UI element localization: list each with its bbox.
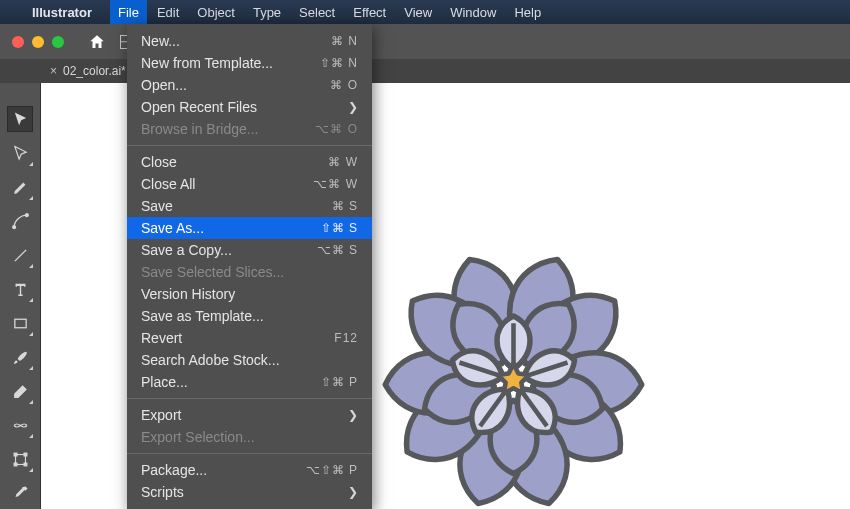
menu-shortcut: ⌥⌘ O bbox=[315, 122, 358, 136]
tool-flyout-indicator bbox=[29, 264, 33, 268]
menu-shortcut: ⌥⇧⌘ P bbox=[306, 463, 358, 477]
menu-shortcut: ⇧⌘ P bbox=[321, 375, 358, 389]
menu-item-save-selected-slices: Save Selected Slices... bbox=[127, 261, 372, 283]
menu-item-new[interactable]: New...⌘ N bbox=[127, 30, 372, 52]
tool-panel bbox=[0, 83, 41, 509]
tool-flyout-indicator bbox=[29, 468, 33, 472]
menubar-item-view[interactable]: View bbox=[404, 5, 432, 20]
menu-separator bbox=[127, 145, 372, 146]
tool-flyout-indicator bbox=[29, 332, 33, 336]
menubar-item-object[interactable]: Object bbox=[197, 5, 235, 20]
svg-rect-6 bbox=[14, 453, 17, 456]
svg-point-1 bbox=[12, 225, 15, 228]
traffic-light-close[interactable] bbox=[12, 36, 24, 48]
menu-separator bbox=[127, 453, 372, 454]
submenu-chevron-icon: ❯ bbox=[348, 408, 358, 422]
svg-rect-7 bbox=[24, 453, 27, 456]
menu-item-place[interactable]: Place...⇧⌘ P bbox=[127, 371, 372, 393]
menubar-item-edit[interactable]: Edit bbox=[157, 5, 179, 20]
menu-item-label: Save as Template... bbox=[141, 308, 264, 324]
home-icon[interactable] bbox=[88, 33, 106, 51]
traffic-light-minimize[interactable] bbox=[32, 36, 44, 48]
menu-item-label: New from Template... bbox=[141, 55, 273, 71]
menu-item-label: Place... bbox=[141, 374, 188, 390]
menu-item-scripts[interactable]: Scripts❯ bbox=[127, 481, 372, 503]
menu-item-label: New... bbox=[141, 33, 180, 49]
menu-item-export-selection: Export Selection... bbox=[127, 426, 372, 448]
menu-item-label: Search Adobe Stock... bbox=[141, 352, 280, 368]
tool-flyout-indicator bbox=[29, 400, 33, 404]
tool-eraser[interactable] bbox=[8, 379, 32, 403]
menu-item-label: Close All bbox=[141, 176, 195, 192]
menubar-item-help[interactable]: Help bbox=[514, 5, 541, 20]
menubar-item-effect[interactable]: Effect bbox=[353, 5, 386, 20]
tool-paintbrush[interactable] bbox=[8, 345, 32, 369]
menu-item-label: Save a Copy... bbox=[141, 242, 232, 258]
menu-item-label: Package... bbox=[141, 462, 207, 478]
tool-curvature[interactable] bbox=[8, 209, 32, 233]
svg-rect-9 bbox=[24, 463, 27, 466]
tool-flyout-indicator bbox=[29, 196, 33, 200]
menu-shortcut: ⌘ S bbox=[332, 199, 358, 213]
menu-item-label: Save bbox=[141, 198, 173, 214]
tool-eyedropper[interactable] bbox=[8, 481, 32, 505]
svg-line-3 bbox=[14, 249, 25, 260]
menu-item-label: Browse in Bridge... bbox=[141, 121, 259, 137]
menu-item-open-recent-files[interactable]: Open Recent Files❯ bbox=[127, 96, 372, 118]
tool-flyout-indicator bbox=[29, 434, 33, 438]
traffic-light-zoom[interactable] bbox=[52, 36, 64, 48]
menu-item-export[interactable]: Export❯ bbox=[127, 404, 372, 426]
menu-item-label: Export bbox=[141, 407, 181, 423]
menu-item-close[interactable]: Close⌘ W bbox=[127, 151, 372, 173]
tool-flyout-indicator bbox=[29, 162, 33, 166]
submenu-chevron-icon: ❯ bbox=[348, 485, 358, 499]
document-tab-label[interactable]: 02_color.ai* bbox=[63, 64, 126, 78]
menu-shortcut: ⌘ O bbox=[330, 78, 358, 92]
tool-selection[interactable] bbox=[8, 107, 32, 131]
menubar-app-name[interactable]: Illustrator bbox=[32, 5, 92, 20]
menu-shortcut: ⇧⌘ N bbox=[320, 56, 358, 70]
menu-item-label: Save Selected Slices... bbox=[141, 264, 284, 280]
menu-item-version-history[interactable]: Version History bbox=[127, 283, 372, 305]
menu-item-search-adobe-stock[interactable]: Search Adobe Stock... bbox=[127, 349, 372, 371]
menu-shortcut: F12 bbox=[334, 331, 358, 345]
menu-item-save[interactable]: Save⌘ S bbox=[127, 195, 372, 217]
close-tab-icon[interactable]: × bbox=[50, 64, 57, 78]
menu-item-new-from-template[interactable]: New from Template...⇧⌘ N bbox=[127, 52, 372, 74]
menu-item-save-a-copy[interactable]: Save a Copy...⌥⌘ S bbox=[127, 239, 372, 261]
menu-item-open[interactable]: Open...⌘ O bbox=[127, 74, 372, 96]
menu-item-revert[interactable]: RevertF12 bbox=[127, 327, 372, 349]
menu-item-close-all[interactable]: Close All⌥⌘ W bbox=[127, 173, 372, 195]
tool-width[interactable] bbox=[8, 413, 32, 437]
menu-item-browse-in-bridge: Browse in Bridge...⌥⌘ O bbox=[127, 118, 372, 140]
tool-direct-selection[interactable] bbox=[8, 141, 32, 165]
menubar-item-select[interactable]: Select bbox=[299, 5, 335, 20]
tool-flyout-indicator bbox=[29, 298, 33, 302]
tool-rectangle[interactable] bbox=[8, 311, 32, 335]
file-menu-dropdown: New...⌘ NNew from Template...⇧⌘ NOpen...… bbox=[127, 24, 372, 509]
menu-item-label: Save As... bbox=[141, 220, 204, 236]
tool-pen[interactable] bbox=[8, 175, 32, 199]
menu-item-package[interactable]: Package...⌥⇧⌘ P bbox=[127, 459, 372, 481]
tool-flyout-indicator bbox=[29, 366, 33, 370]
menu-item-save-as[interactable]: Save As...⇧⌘ S bbox=[127, 217, 372, 239]
menu-item-label: Scripts bbox=[141, 484, 184, 500]
menubar-item-file[interactable]: File bbox=[110, 0, 147, 24]
menu-item-label: Open... bbox=[141, 77, 187, 93]
svg-point-2 bbox=[25, 213, 28, 216]
tool-type[interactable] bbox=[8, 277, 32, 301]
menubar-item-window[interactable]: Window bbox=[450, 5, 496, 20]
menubar-item-type[interactable]: Type bbox=[253, 5, 281, 20]
menu-shortcut: ⌥⌘ W bbox=[313, 177, 358, 191]
artwork-flower bbox=[376, 238, 651, 509]
tool-free-transform[interactable] bbox=[8, 447, 32, 471]
menu-separator bbox=[127, 398, 372, 399]
macos-menubar: Illustrator FileEditObjectTypeSelectEffe… bbox=[0, 0, 850, 24]
svg-rect-8 bbox=[14, 463, 17, 466]
menu-shortcut: ⌘ N bbox=[331, 34, 358, 48]
tool-line[interactable] bbox=[8, 243, 32, 267]
menu-shortcut: ⌘ W bbox=[328, 155, 358, 169]
menu-item-label: Close bbox=[141, 154, 177, 170]
menu-item-save-as-template[interactable]: Save as Template... bbox=[127, 305, 372, 327]
svg-rect-4 bbox=[14, 319, 25, 328]
